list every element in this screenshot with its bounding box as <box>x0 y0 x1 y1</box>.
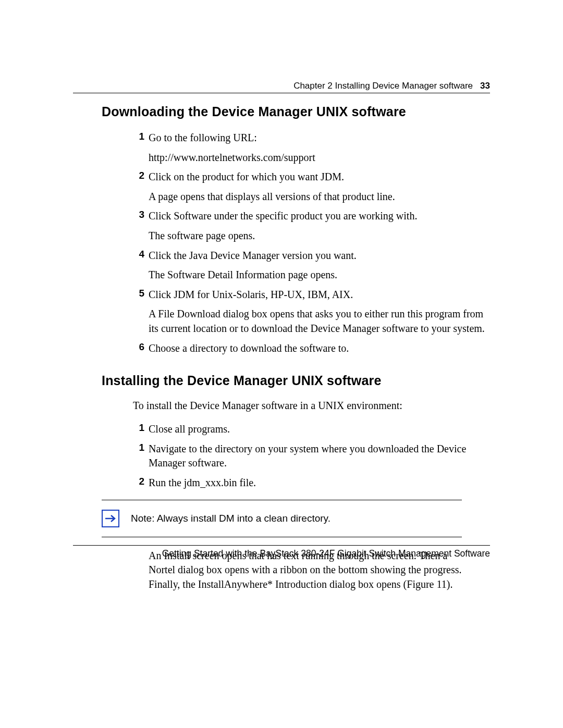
step-number: 1 <box>133 422 144 434</box>
section-heading-downloading: Downloading the Device Manager UNIX soft… <box>102 104 490 119</box>
list-item: 4 Click the Java Device Manager version … <box>133 249 490 282</box>
list-item: 1 Close all programs. <box>133 422 490 437</box>
step-number: 2 <box>133 476 144 487</box>
step-text: Click on the product for which you want … <box>149 170 490 184</box>
chapter-label: Chapter 2 Installing Device Manager soft… <box>293 81 473 91</box>
step-subtext: A File Download dialog box opens that as… <box>149 307 490 336</box>
section-heading-installing: Installing the Device Manager UNIX softw… <box>102 373 490 388</box>
running-header: Chapter 2 Installing Device Manager soft… <box>293 81 490 91</box>
note-row: Note: Always install DM into a clean dir… <box>102 500 490 537</box>
step-number: 6 <box>133 341 144 353</box>
step-text: Click the Java Device Manager version yo… <box>149 249 490 263</box>
list-item: 2 Click on the product for which you wan… <box>133 170 490 204</box>
footer-rule <box>73 545 490 546</box>
list-item: 1 Navigate to the directory on your syst… <box>133 442 490 471</box>
step-number: 3 <box>133 209 144 220</box>
list-item: 2 Run the jdm_xxx.bin file. <box>133 476 490 490</box>
document-page: Chapter 2 Installing Device Manager soft… <box>0 0 563 728</box>
note-block: Note: Always install DM into a clean dir… <box>102 500 490 537</box>
list-item: 5 Click JDM for Unix-Solaris, HP-UX, IBM… <box>133 288 490 336</box>
footer-text: Getting Started with the BayStack 380-24… <box>162 548 490 559</box>
step-text: Close all programs. <box>149 422 490 437</box>
step-number: 1 <box>133 131 144 142</box>
step-text: Navigate to the directory on your system… <box>149 442 490 471</box>
header-rule <box>73 93 490 93</box>
step-text: Click Software under the specific produc… <box>149 209 490 224</box>
step-subtext: A page opens that displays all versions … <box>149 190 490 204</box>
page-number: 33 <box>480 81 490 91</box>
step-text: Choose a directory to download the softw… <box>149 341 490 356</box>
step-number: 1 <box>133 442 144 453</box>
list-item: 1 Go to the following URL: http://www.no… <box>133 131 490 165</box>
steps-list-downloading: 1 Go to the following URL: http://www.no… <box>133 131 490 355</box>
list-item: 6 Choose a directory to download the sof… <box>133 341 490 356</box>
note-rule-bottom <box>102 537 462 537</box>
note-text: Note: Always install DM into a clean dir… <box>131 513 331 524</box>
step-text: Go to the following URL: <box>149 131 490 145</box>
step-number: 5 <box>133 288 144 299</box>
step-subtext: http://www.nortelnetworks.com/support <box>149 151 490 165</box>
step-number: 4 <box>133 249 144 260</box>
step-text: Run the jdm_xxx.bin file. <box>149 476 490 490</box>
step-subtext: The Software Detail Information page ope… <box>149 268 490 282</box>
list-item: 3 Click Software under the specific prod… <box>133 209 490 243</box>
page-content: Downloading the Device Manager UNIX soft… <box>102 104 490 591</box>
section-intro: To install the Device Manager software i… <box>133 400 490 412</box>
step-number: 2 <box>133 170 144 181</box>
step-subtext: The software page opens. <box>149 229 490 243</box>
steps-list-installing: 1 Close all programs. 1 Navigate to the … <box>133 422 490 490</box>
arrow-right-icon <box>102 510 119 527</box>
step-text: Click JDM for Unix-Solaris, HP-UX, IBM, … <box>149 288 490 302</box>
